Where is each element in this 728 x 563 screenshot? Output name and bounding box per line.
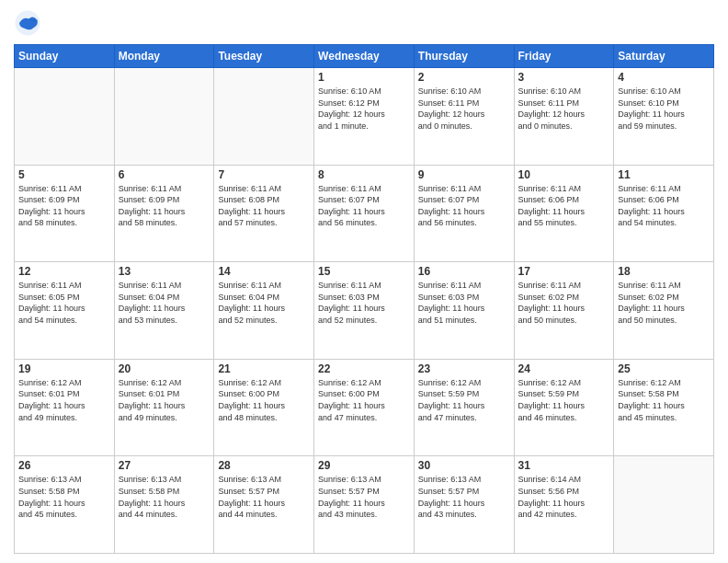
calendar-cell: 5Sunrise: 6:11 AM Sunset: 6:09 PM Daylig… [15,165,115,262]
day-info: Sunrise: 6:11 AM Sunset: 6:08 PM Dayligh… [218,183,310,229]
day-number: 29 [318,459,410,472]
day-info: Sunrise: 6:11 AM Sunset: 6:03 PM Dayligh… [418,280,510,326]
calendar-cell: 8Sunrise: 6:11 AM Sunset: 6:07 PM Daylig… [314,165,415,262]
calendar-week-1: 5Sunrise: 6:11 AM Sunset: 6:09 PM Daylig… [15,165,714,262]
day-number: 19 [18,362,110,375]
day-number: 4 [618,71,710,84]
day-info: Sunrise: 6:11 AM Sunset: 6:06 PM Dayligh… [518,183,610,229]
page-header [14,9,714,37]
calendar-cell: 15Sunrise: 6:11 AM Sunset: 6:03 PM Dayli… [314,262,415,360]
day-info: Sunrise: 6:10 AM Sunset: 6:10 PM Dayligh… [618,86,710,132]
calendar-cell: 25Sunrise: 6:12 AM Sunset: 5:58 PM Dayli… [614,359,714,456]
weekday-friday: Friday [514,45,614,68]
day-number: 13 [119,265,210,278]
day-info: Sunrise: 6:13 AM Sunset: 5:58 PM Dayligh… [18,474,110,520]
day-info: Sunrise: 6:13 AM Sunset: 5:57 PM Dayligh… [318,474,410,520]
calendar-cell: 11Sunrise: 6:11 AM Sunset: 6:06 PM Dayli… [614,165,714,262]
calendar-table: SundayMondayTuesdayWednesdayThursdayFrid… [14,44,714,554]
weekday-tuesday: Tuesday [214,45,314,68]
day-info: Sunrise: 6:11 AM Sunset: 6:09 PM Dayligh… [18,183,110,229]
day-number: 6 [119,168,210,181]
calendar-week-0: 1Sunrise: 6:10 AM Sunset: 6:12 PM Daylig… [15,68,714,166]
day-info: Sunrise: 6:12 AM Sunset: 5:59 PM Dayligh… [418,377,510,423]
calendar-cell [15,68,115,166]
calendar-cell: 1Sunrise: 6:10 AM Sunset: 6:12 PM Daylig… [314,68,415,166]
day-info: Sunrise: 6:11 AM Sunset: 6:09 PM Dayligh… [119,183,210,229]
day-info: Sunrise: 6:11 AM Sunset: 6:05 PM Dayligh… [18,280,110,326]
calendar-cell: 13Sunrise: 6:11 AM Sunset: 6:04 PM Dayli… [114,262,214,360]
calendar-cell: 22Sunrise: 6:12 AM Sunset: 6:00 PM Dayli… [314,359,415,456]
calendar-cell: 12Sunrise: 6:11 AM Sunset: 6:05 PM Dayli… [15,262,115,360]
day-info: Sunrise: 6:11 AM Sunset: 6:07 PM Dayligh… [318,183,410,229]
calendar-cell: 17Sunrise: 6:11 AM Sunset: 6:02 PM Dayli… [514,262,614,360]
calendar-cell: 24Sunrise: 6:12 AM Sunset: 5:59 PM Dayli… [514,359,614,456]
day-info: Sunrise: 6:12 AM Sunset: 6:00 PM Dayligh… [318,377,410,423]
day-number: 30 [418,459,510,472]
calendar-cell: 30Sunrise: 6:13 AM Sunset: 5:57 PM Dayli… [414,456,514,554]
day-number: 10 [518,168,610,181]
day-info: Sunrise: 6:12 AM Sunset: 5:58 PM Dayligh… [618,377,710,423]
calendar-cell: 9Sunrise: 6:11 AM Sunset: 6:07 PM Daylig… [414,165,514,262]
day-info: Sunrise: 6:11 AM Sunset: 6:02 PM Dayligh… [618,280,710,326]
day-info: Sunrise: 6:13 AM Sunset: 5:58 PM Dayligh… [119,474,210,520]
day-number: 26 [18,459,110,472]
day-number: 16 [418,265,510,278]
day-info: Sunrise: 6:11 AM Sunset: 6:04 PM Dayligh… [218,280,310,326]
calendar-cell: 7Sunrise: 6:11 AM Sunset: 6:08 PM Daylig… [214,165,314,262]
calendar-cell [614,456,714,554]
logo-icon [14,9,41,37]
calendar-cell: 2Sunrise: 6:10 AM Sunset: 6:11 PM Daylig… [414,68,514,166]
calendar-week-4: 26Sunrise: 6:13 AM Sunset: 5:58 PM Dayli… [15,456,714,554]
day-number: 1 [318,71,410,84]
day-number: 18 [618,265,710,278]
day-info: Sunrise: 6:11 AM Sunset: 6:02 PM Dayligh… [518,280,610,326]
calendar-cell: 20Sunrise: 6:12 AM Sunset: 6:01 PM Dayli… [114,359,214,456]
day-info: Sunrise: 6:10 AM Sunset: 6:11 PM Dayligh… [518,86,610,132]
weekday-sunday: Sunday [15,45,115,68]
day-number: 7 [218,168,310,181]
calendar-cell: 3Sunrise: 6:10 AM Sunset: 6:11 PM Daylig… [514,68,614,166]
logo [14,9,45,37]
day-number: 5 [18,168,110,181]
day-number: 20 [119,362,210,375]
day-number: 31 [518,459,610,472]
day-number: 11 [618,168,710,181]
day-number: 14 [218,265,310,278]
day-number: 27 [119,459,210,472]
calendar-cell: 23Sunrise: 6:12 AM Sunset: 5:59 PM Dayli… [414,359,514,456]
weekday-header-row: SundayMondayTuesdayWednesdayThursdayFrid… [15,45,714,68]
day-number: 3 [518,71,610,84]
day-info: Sunrise: 6:13 AM Sunset: 5:57 PM Dayligh… [418,474,510,520]
calendar-week-3: 19Sunrise: 6:12 AM Sunset: 6:01 PM Dayli… [15,359,714,456]
day-number: 2 [418,71,510,84]
day-number: 21 [218,362,310,375]
day-number: 9 [418,168,510,181]
day-number: 8 [318,168,410,181]
calendar-cell [114,68,214,166]
calendar-cell: 29Sunrise: 6:13 AM Sunset: 5:57 PM Dayli… [314,456,415,554]
calendar-cell: 4Sunrise: 6:10 AM Sunset: 6:10 PM Daylig… [614,68,714,166]
day-info: Sunrise: 6:11 AM Sunset: 6:07 PM Dayligh… [418,183,510,229]
day-info: Sunrise: 6:12 AM Sunset: 6:00 PM Dayligh… [218,377,310,423]
calendar-cell: 10Sunrise: 6:11 AM Sunset: 6:06 PM Dayli… [514,165,614,262]
day-info: Sunrise: 6:12 AM Sunset: 5:59 PM Dayligh… [518,377,610,423]
calendar-cell: 31Sunrise: 6:14 AM Sunset: 5:56 PM Dayli… [514,456,614,554]
day-info: Sunrise: 6:10 AM Sunset: 6:11 PM Dayligh… [418,86,510,132]
day-number: 28 [218,459,310,472]
calendar-cell: 26Sunrise: 6:13 AM Sunset: 5:58 PM Dayli… [15,456,115,554]
calendar-cell: 28Sunrise: 6:13 AM Sunset: 5:57 PM Dayli… [214,456,314,554]
day-number: 17 [518,265,610,278]
calendar-cell: 16Sunrise: 6:11 AM Sunset: 6:03 PM Dayli… [414,262,514,360]
day-number: 25 [618,362,710,375]
day-number: 24 [518,362,610,375]
day-info: Sunrise: 6:11 AM Sunset: 6:03 PM Dayligh… [318,280,410,326]
weekday-saturday: Saturday [614,45,714,68]
calendar-cell: 27Sunrise: 6:13 AM Sunset: 5:58 PM Dayli… [114,456,214,554]
day-number: 22 [318,362,410,375]
day-info: Sunrise: 6:13 AM Sunset: 5:57 PM Dayligh… [218,474,310,520]
day-number: 23 [418,362,510,375]
weekday-thursday: Thursday [414,45,514,68]
day-number: 15 [318,265,410,278]
calendar-week-2: 12Sunrise: 6:11 AM Sunset: 6:05 PM Dayli… [15,262,714,360]
weekday-wednesday: Wednesday [314,45,415,68]
